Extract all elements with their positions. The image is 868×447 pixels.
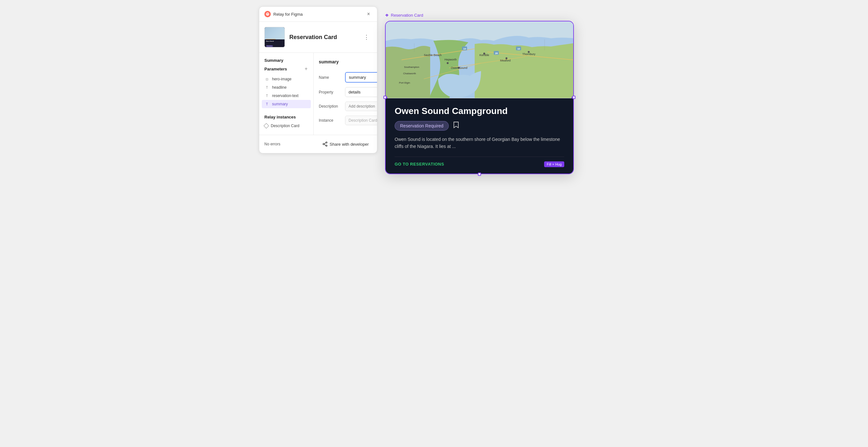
svg-point-16 (447, 62, 449, 64)
param-label: hero-image (272, 77, 291, 81)
right-panel: ❖ Reservation Card (385, 6, 609, 176)
param-label: reservation-text (272, 93, 299, 98)
no-errors-text: No errors (265, 142, 280, 146)
svg-text:10: 10 (463, 48, 466, 50)
reservation-badge: Reservation Required (395, 121, 449, 131)
fill-hug-badge: Fill × Hug (544, 161, 564, 167)
component-header: Owen Sound Reservation Reservation Card … (259, 22, 377, 53)
svg-point-0 (266, 12, 269, 16)
close-button[interactable]: × (365, 10, 372, 18)
svg-point-6 (326, 142, 327, 143)
svg-text:26: 26 (495, 52, 498, 55)
app-title: Relay for Figma (273, 12, 303, 17)
summary-section-title: Summary (259, 58, 313, 65)
preview-component-name: Reservation Card (391, 13, 423, 18)
param-reservation-text[interactable]: T reservation-text (259, 92, 313, 100)
description-row: Description (319, 101, 377, 111)
property-row: Property details text label title ▾ (319, 87, 377, 97)
panel-footer: No errors Share with developer (259, 135, 377, 153)
svg-line-9 (324, 143, 326, 144)
right-form: summary 🗑 Name Property details text lab… (314, 53, 377, 135)
property-select-wrapper: details text label title ▾ (345, 87, 377, 97)
share-button[interactable]: Share with developer (319, 140, 372, 149)
name-label: Name (319, 75, 342, 80)
instance-value: Description Card (345, 116, 377, 125)
bookmark-button[interactable] (453, 121, 460, 131)
parameters-header: Parameters + (259, 65, 313, 72)
relay-instances-title: Relay instances (259, 112, 313, 122)
selection-handle-bm (478, 173, 481, 176)
card-map: Sauble Beach Hepworth Owen Sound Kemble … (386, 22, 573, 98)
svg-point-7 (323, 144, 324, 145)
form-header: summary 🗑 (319, 58, 377, 66)
svg-text:Port Elgin: Port Elgin (399, 81, 410, 84)
preview-label: ❖ Reservation Card (385, 13, 609, 18)
selection-handle-tr (571, 22, 573, 23)
parameters-title: Parameters (265, 67, 287, 71)
component-thumbnail: Owen Sound Reservation (265, 27, 285, 48)
description-label: Description (319, 104, 342, 109)
svg-text:10: 10 (517, 48, 520, 50)
card-description: Owen Sound is located on the southern sh… (395, 136, 564, 150)
svg-text:Chatsworth: Chatsworth (403, 72, 416, 75)
left-sidebar: Summary Parameters + ⊡ hero-image T head… (259, 53, 314, 135)
card-content: Owen Sound Campground Reservation Requir… (386, 98, 573, 174)
param-label: headline (272, 85, 286, 90)
text-icon: T (265, 85, 270, 90)
panel-content: Summary Parameters + ⊡ hero-image T head… (259, 53, 377, 135)
selection-handle-tl (386, 22, 387, 23)
svg-text:Owen Sound: Owen Sound (451, 66, 468, 69)
component-header-left: Owen Sound Reservation Reservation Card (265, 27, 337, 48)
property-label: Property (319, 90, 342, 94)
selection-handle-mr (572, 96, 576, 99)
more-options-button[interactable]: ⋮ (361, 32, 372, 42)
card-footer: GO TO RESERVATIONS Fill × Hug (395, 156, 564, 167)
name-input[interactable] (345, 72, 377, 83)
instance-row: Instance Description Card (319, 116, 377, 125)
go-reservations-link[interactable]: GO TO RESERVATIONS (395, 162, 444, 167)
param-hero-image[interactable]: ⊡ hero-image (259, 75, 313, 83)
svg-text:Sauble Beach: Sauble Beach (424, 54, 442, 57)
param-summary[interactable]: T summary (262, 100, 311, 108)
description-input[interactable] (345, 101, 377, 111)
form-title: summary (319, 59, 339, 64)
param-label: summary (272, 102, 288, 106)
instance-description-card[interactable]: Description Card (259, 122, 313, 130)
add-parameter-button[interactable]: + (304, 65, 308, 72)
svg-text:Meaford: Meaford (500, 59, 511, 62)
component-icon: ❖ (385, 13, 389, 18)
instance-label: Instance (319, 118, 342, 123)
text-icon: T (265, 93, 270, 98)
share-label: Share with developer (330, 142, 369, 147)
svg-point-8 (326, 145, 327, 146)
text-icon: T (265, 101, 270, 107)
card-badges: Reservation Required (395, 121, 564, 131)
card-title: Owen Sound Campground (395, 106, 564, 116)
panel-header-left: Relay for Figma (265, 11, 303, 17)
selection-handle-ml (383, 96, 386, 99)
left-panel: Relay for Figma × Owen Sound Reservation… (259, 6, 377, 153)
diamond-icon (264, 123, 269, 129)
relay-logo-icon (265, 11, 271, 17)
instance-list: Description Card (259, 122, 313, 130)
svg-text:Southampton: Southampton (404, 66, 419, 68)
card-wrapper: Sauble Beach Hepworth Owen Sound Kemble … (385, 21, 574, 174)
svg-text:Thornbury: Thornbury (522, 53, 535, 56)
name-row: Name (319, 72, 377, 83)
svg-text:Hepworth: Hepworth (444, 58, 457, 61)
instance-label: Description Card (271, 124, 299, 128)
image-icon: ⊡ (265, 77, 270, 82)
reservation-card: Sauble Beach Hepworth Owen Sound Kemble … (385, 21, 574, 174)
component-name: Reservation Card (289, 34, 337, 41)
parameter-list: ⊡ hero-image T headline T reservation-te… (259, 75, 313, 108)
panel-header: Relay for Figma × (259, 7, 377, 22)
svg-line-10 (324, 144, 326, 145)
svg-text:Kemble: Kemble (479, 54, 489, 57)
param-headline[interactable]: T headline (259, 83, 313, 92)
property-select[interactable]: details text label title (345, 87, 377, 97)
